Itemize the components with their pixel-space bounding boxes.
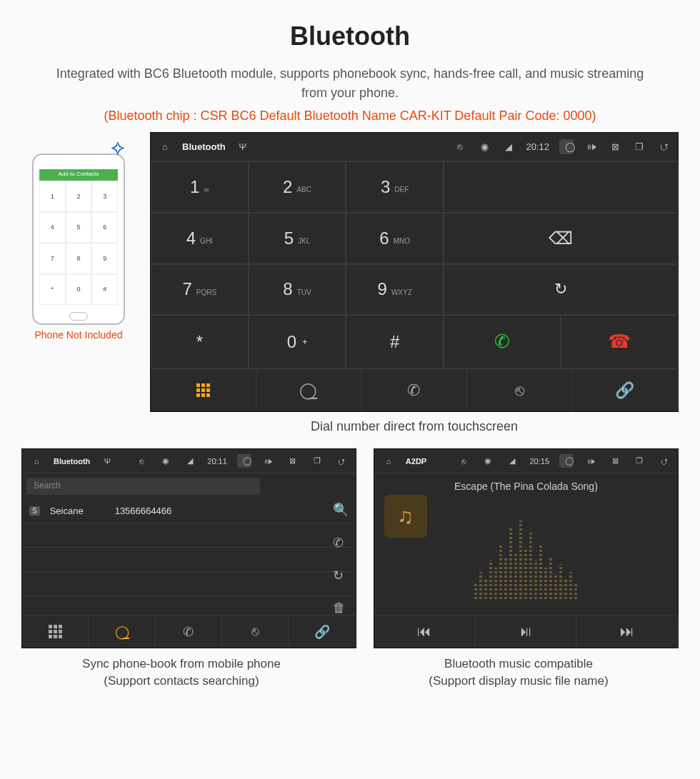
prev-button[interactable]: ⏮ [374,615,476,648]
wifi-icon: ◢ [501,141,516,152]
tab-recents[interactable]: ✆ [361,369,467,411]
next-button[interactable]: ⏭ [576,615,678,648]
page-specs: (Bluetooth chip : CSR BC6 Default Blueto… [0,103,700,132]
key-5[interactable]: 5JKL [249,213,346,264]
bottom-tabs: ◯̲ ✆ ⎋ 🔗 [151,368,678,411]
key-7[interactable]: 7PQRS [151,264,249,316]
music-controls: ⏮ ⏯ ⏭ [374,615,678,648]
bluetooth-signal-icon: ⟡ [111,135,125,160]
status-time: 20:15 [529,457,549,466]
delete-icon[interactable]: 🗑 [333,600,349,615]
search-icon[interactable]: 🔍 [333,502,349,518]
key-6[interactable]: 6MNO [346,213,444,264]
volume-icon[interactable]: 🕪 [584,457,598,466]
play-button[interactable]: ⏯ [476,615,577,648]
dialer-caption: Dial number direct from touchscreen [150,419,679,434]
hangup-button[interactable]: ☎ [561,315,678,368]
bottom-tabs: ◯̲ ✆ ⎋ 🔗 [22,615,356,648]
phone-icon: ✆ [183,624,194,640]
key-hash[interactable]: # [346,315,444,368]
dial-display [444,161,678,213]
contact-name: Seicane [50,506,84,516]
home-icon[interactable]: ⌂ [29,457,44,466]
empty-row [22,572,356,596]
phone-mock: ⟡ Add to Contacts 123456789*0# [32,154,125,325]
key-3[interactable]: 3DEF [346,161,444,213]
album-art: ♫ [384,495,427,538]
status-time: 20:11 [207,457,227,466]
contact-tag: S [29,506,40,516]
key-1[interactable]: 1∞ [151,161,249,213]
phonebook-screen: ⌂ Bluetooth Ψ ⎋ ◉ ◢ 20:11 ◯ 🕪 ⊠ ❐ ⮍ Sear… [21,448,356,648]
tab-dialpad[interactable] [22,615,89,648]
close-icon[interactable]: ⊠ [286,456,300,466]
volume-icon[interactable]: 🕪 [584,141,598,152]
tab-bluetooth[interactable]: ⎋ [467,369,573,411]
link-icon: 🔗 [615,381,634,400]
camera-icon[interactable]: ◯ [559,454,574,468]
call-icon[interactable]: ✆ [333,535,349,551]
back-icon[interactable]: ⮍ [334,457,349,466]
tab-pair[interactable]: 🔗 [572,369,678,411]
home-icon[interactable]: ⌂ [381,457,396,466]
tab-contacts[interactable]: ◯̲ [256,369,362,411]
recents-icon[interactable]: ❐ [632,141,646,152]
usb-icon: Ψ [236,141,250,152]
location-icon: ◉ [159,456,173,466]
bluetooth-icon: ⎋ [453,141,467,152]
redial-button[interactable]: ↻ [444,264,678,316]
back-icon[interactable]: ⮍ [656,457,671,466]
camera-icon[interactable]: ◯ [559,139,574,154]
search-input[interactable]: Search [26,478,260,495]
key-8[interactable]: 8TUV [249,264,346,316]
key-4[interactable]: 4GHI [151,213,249,264]
status-time: 20:12 [526,141,549,152]
dialpad-icon [49,625,62,638]
person-icon: ◯̲ [115,624,129,640]
volume-icon[interactable]: 🕪 [261,457,276,466]
tab-pair[interactable]: 🔗 [289,615,356,648]
back-icon[interactable]: ⮍ [656,141,671,152]
bluetooth-icon: ⎋ [515,381,524,400]
tab-recents[interactable]: ✆ [156,615,222,648]
key-0[interactable]: 0+ [249,315,346,368]
dialpad: 1∞ 2ABC 3DEF 4GHI 5JKL 6MNO ⌫ 7PQRS 8TUV… [151,161,678,368]
key-9[interactable]: 9WXYZ [346,264,444,316]
phonebook-caption: Sync phone-book from mobile phone (Suppo… [21,655,341,690]
tab-contacts[interactable]: ◯̲ [89,615,155,648]
bluetooth-icon: ⎋ [456,457,471,466]
phone-not-included-label: Phone Not Included [21,329,136,341]
key-star[interactable]: * [151,315,249,368]
recents-icon[interactable]: ❐ [632,456,646,466]
music-note-icon: ♫ [398,504,414,528]
usb-icon: Ψ [100,457,114,466]
play-icon: ⏯ [519,623,533,640]
empty-row [22,523,356,548]
refresh-icon[interactable]: ↻ [333,568,349,583]
person-icon: ◯̲ [299,381,317,400]
music-caption: Bluetooth music compatible (Support disp… [359,655,679,690]
phone-mock-column: ⟡ Add to Contacts 123456789*0# Phone Not… [21,132,136,341]
camera-icon[interactable]: ◯ [237,454,251,468]
tab-dialpad[interactable] [151,369,256,411]
key-2[interactable]: 2ABC [249,161,346,213]
tab-bluetooth[interactable]: ⎋ [222,615,289,648]
phone-home-button [69,312,88,321]
track-title: Escape (The Pina Colada Song) [454,481,598,492]
wifi-icon: ◢ [183,456,197,466]
status-title: Bluetooth [182,141,226,152]
call-button[interactable]: ✆ [444,315,561,368]
music-screen: ⌂ A2DP ⎋ ◉ ◢ 20:15 ◯ 🕪 ⊠ ❐ ⮍ ♫ Escape (T… [374,448,679,648]
phone-mock-keypad: 123456789*0# [39,181,118,305]
recents-icon[interactable]: ❐ [310,456,324,466]
status-bar: ⌂ A2DP ⎋ ◉ ◢ 20:15 ◯ 🕪 ⊠ ❐ ⮍ [374,449,678,473]
contact-number: 13566664466 [115,506,172,516]
phone-mock-header: Add to Contacts [39,169,118,181]
empty-row [22,548,356,572]
contact-row[interactable]: S Seicane 13566664466 [22,499,356,523]
location-icon: ◉ [481,456,495,466]
backspace-button[interactable]: ⌫ [444,213,678,264]
home-icon[interactable]: ⌂ [158,141,172,152]
close-icon[interactable]: ⊠ [608,456,622,466]
close-icon[interactable]: ⊠ [608,141,622,152]
